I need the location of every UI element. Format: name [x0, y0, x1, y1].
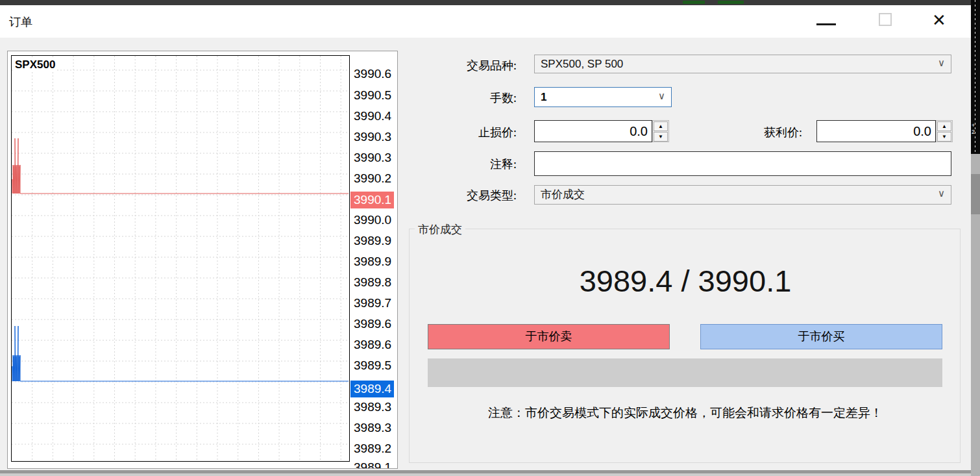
background-candle-fleck [718, 1, 744, 4]
spin-up-button[interactable]: ▲ [937, 121, 951, 131]
groupbox-title: 市价成交 [415, 222, 465, 237]
order-dialog-screen: +2 订单 ✕ SPX500 3990.63990.53990.43990.33… [0, 0, 980, 476]
trade-type-label: 交易类型: [467, 188, 517, 203]
price-scale-row: 3989.3 [350, 399, 395, 416]
slippage-note: 注意：市价交易模式下的实际成交价格，可能会和请求价格有一定差异！ [410, 405, 961, 421]
background-candle-fleck [683, 1, 705, 4]
chevron-down-icon: ∨ [938, 56, 945, 68]
stop-loss-input[interactable] [534, 120, 652, 142]
price-scale-row: 3990.3 [350, 129, 395, 145]
price-scale-row: 3990.0 [350, 212, 395, 229]
background-chart-strip-right: +2 [971, 0, 980, 476]
volume-combobox[interactable]: ∨ [534, 87, 672, 107]
maximize-button[interactable] [863, 5, 906, 38]
quote-display: 3989.4 / 3990.1 [410, 263, 961, 299]
price-scale-row: 3989.7 [350, 295, 395, 312]
minimize-button[interactable] [805, 5, 848, 38]
window-title: 订单 [9, 14, 32, 30]
close-icon: ✕ [932, 10, 946, 31]
symbol-select[interactable]: SPX500, SP 500 ∨ [534, 55, 951, 73]
background-chart-strip-top [0, 0, 980, 5]
stop-loss-stepper: ▲ ▼ [652, 120, 669, 142]
symbol-label: 交易品种: [467, 58, 517, 73]
close-button[interactable]: ✕ [922, 5, 964, 38]
crosshair-plus-icon: +2 [972, 122, 975, 135]
price-scale-ask-badge: 3990.1 [350, 192, 394, 208]
price-scale-row: 3990.2 [350, 170, 395, 187]
tick-chart-panel: SPX500 3990.63990.53990.43990.33990.3399… [7, 51, 398, 469]
price-scale-row: 3989.8 [350, 274, 395, 291]
price-scale-row: 3990.4 [350, 108, 395, 125]
chevron-down-icon: ∨ [658, 90, 665, 101]
spin-down-button[interactable]: ▼ [654, 132, 668, 142]
price-scale-row: 3990.6 [350, 66, 395, 82]
progress-bar [428, 358, 942, 387]
volume-input[interactable] [536, 89, 646, 105]
buy-by-market-button[interactable]: 于市价买 [700, 324, 942, 349]
background-scrollbar-thumb [971, 174, 980, 214]
price-scale-row: 3989.9 [350, 232, 395, 249]
minimize-icon [816, 23, 836, 25]
price-scale-row: 3989.6 [350, 336, 395, 353]
trade-type-select[interactable]: 市价成交 ∨ [534, 185, 951, 205]
price-scale-bid-badge: 3989.4 [350, 381, 394, 397]
price-scale-row: 3989.9 [350, 253, 395, 270]
price-scale-row: 3989.2 [350, 440, 395, 457]
take-profit-input[interactable] [816, 120, 936, 142]
stop-loss-label: 止损价: [478, 125, 517, 140]
price-scale-row: 3989.6 [350, 316, 395, 332]
comment-input[interactable] [534, 151, 951, 176]
order-dialog-window: 订单 ✕ SPX500 3990.63990.53990.43990.33990… [0, 5, 971, 470]
desktop-bottom-strip [0, 473, 971, 476]
take-profit-stepper: ▲ ▼ [936, 120, 953, 142]
market-execution-groupbox: 市价成交 3989.4 / 3990.1 于市价卖 于市价买 注意：市价交易模式… [409, 229, 961, 463]
chart-symbol-label: SPX500 [14, 58, 56, 71]
price-scale-row: 3989.5 [350, 357, 395, 374]
maximize-icon [879, 13, 892, 26]
sell-by-market-button[interactable]: 于市价卖 [428, 324, 670, 349]
title-bar: 订单 ✕ [0, 5, 971, 38]
price-scale-row: 3989.1 [350, 459, 395, 469]
chevron-down-icon: ∨ [938, 188, 945, 199]
symbol-value: SPX500, SP 500 [541, 55, 623, 73]
volume-label: 手数: [490, 90, 517, 106]
price-scale-row: 3990.5 [350, 87, 395, 104]
trade-type-value: 市价成交 [541, 186, 585, 204]
price-scale-row: 3990.3 [350, 149, 395, 166]
spin-up-button[interactable]: ▲ [654, 121, 668, 131]
comment-label: 注释: [490, 157, 517, 172]
spin-down-button[interactable]: ▼ [937, 132, 951, 142]
take-profit-label: 获利价: [764, 125, 802, 140]
price-scale: 3990.63990.53990.43990.33990.33990.23990… [8, 51, 397, 468]
price-scale-row: 3989.3 [350, 420, 395, 436]
